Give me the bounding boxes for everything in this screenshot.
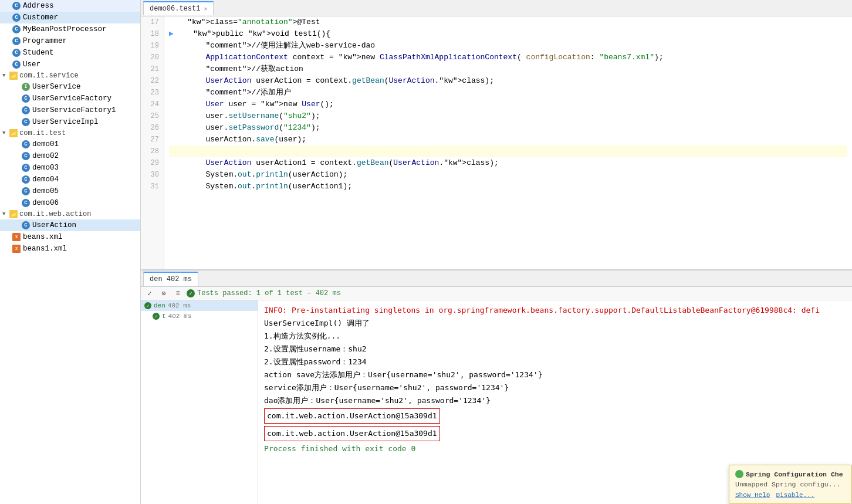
sidebar-item-useraction[interactable]: C UserAction <box>0 219 140 231</box>
code-line-20: ApplicationContext context = "kw">new Cl… <box>169 52 847 63</box>
sidebar-item-demo05[interactable]: C demo05 <box>0 185 140 197</box>
sidebar-item-mybeanpostprocessor[interactable]: C MyBeanPostProcessor <box>0 23 140 35</box>
class-icon: C <box>22 152 30 160</box>
sidebar-item-user[interactable]: C User <box>0 59 140 70</box>
sidebar-item-label: beans1.xml <box>23 245 67 253</box>
tab-close-button[interactable]: ✕ <box>204 5 207 12</box>
spring-disable-link[interactable]: Disable... <box>776 492 814 499</box>
console-line-3: 2.设置属性username：shu2 <box>264 343 846 356</box>
spring-show-help-link[interactable]: Show Help <box>735 492 770 499</box>
line-number-22: 22 <box>146 75 159 87</box>
sidebar-item-userservice[interactable]: I UserService <box>0 81 140 93</box>
pass-text: Tests passed: 1 of 1 test – 402 ms <box>197 289 341 297</box>
code-line-21: "comment">//获取action <box>169 63 847 75</box>
test-tree-root[interactable]: ✓ den 402 ms <box>141 300 258 311</box>
toolbar-check-btn[interactable]: ✓ <box>144 288 155 299</box>
sidebar-package-pkg-webaction[interactable]: ▼ 📁 com.it.web.action <box>0 209 140 219</box>
code-line-28 <box>169 146 847 157</box>
sidebar-item-address[interactable]: C Address <box>0 0 140 12</box>
code-editor[interactable]: 171819202122232425262728293031 "kw">clas… <box>141 16 852 269</box>
sidebar-item-label: demo05 <box>32 187 59 195</box>
item-icon: C <box>12 25 21 34</box>
item-icon: X <box>12 244 21 253</box>
class-icon: C <box>12 37 21 45</box>
chevron-down-icon: ▼ <box>2 73 8 79</box>
sidebar-item-userservicefactory1[interactable]: C UserServiceFactory1 <box>0 104 140 116</box>
sidebar-item-student[interactable]: C Student <box>0 47 140 59</box>
line-number-24: 24 <box>146 99 159 110</box>
sidebar-item-beans-xml[interactable]: X beans.xml <box>0 231 140 243</box>
item-icon: C <box>21 187 31 196</box>
item-icon: C <box>12 1 21 11</box>
class-icon: C <box>22 187 30 195</box>
class-icon: C <box>22 140 30 148</box>
pass-indicator: ✓ Tests passed: 1 of 1 test – 402 ms <box>187 289 341 297</box>
tab-demo06-test1[interactable]: demo06.test1 ✕ <box>143 1 214 15</box>
code-line-30: System.out.println(userAction); <box>169 169 847 181</box>
spring-popup-title: Spring Configuration Che <box>735 470 846 478</box>
console-line-5: action save方法添加用户：User{username='shu2', … <box>264 368 846 381</box>
code-line-25: user.setUsername("shu2"); <box>169 110 847 122</box>
folder-icon: 📁 <box>9 210 18 218</box>
sidebar-item-demo01[interactable]: C demo01 <box>0 138 140 150</box>
item-icon: C <box>21 175 31 184</box>
sidebar-item-userserviceimpl[interactable]: C UserServiceImpl <box>0 116 140 128</box>
folder-icon: 📁 <box>9 72 18 80</box>
class-icon: C <box>22 118 30 126</box>
sidebar-item-label: Student <box>23 49 54 57</box>
item-icon: C <box>21 140 31 149</box>
console-line-2: 1.构造方法实例化... <box>264 330 846 343</box>
sidebar-item-programmer[interactable]: C Programmer <box>0 35 140 47</box>
sidebar-item-demo03[interactable]: C demo03 <box>0 162 140 174</box>
code-line-22: UserAction userAction = context.getBean(… <box>169 75 847 87</box>
sidebar-item-demo04[interactable]: C demo04 <box>0 174 140 185</box>
sidebar-package-pkg-service[interactable]: ▼ 📁 com.it.service <box>0 70 140 81</box>
class-icon: C <box>12 25 21 33</box>
bottom-toolbar: ✓ ⊗ ≡ ✓ Tests passed: 1 of 1 test – 402 … <box>141 287 852 300</box>
console-line-7: dao添加用户：User{username='shu2', password='… <box>264 394 846 407</box>
item-icon: C <box>21 198 31 208</box>
root-label: den <box>154 302 165 309</box>
sidebar-item-label: Address <box>23 2 54 10</box>
sidebar-item-demo06[interactable]: C demo06 <box>0 197 140 209</box>
class-icon: C <box>12 49 21 57</box>
project-sidebar: C AddressC CustomerC MyBeanPostProcessor… <box>0 0 141 504</box>
interface-icon: I <box>22 83 30 91</box>
sidebar-item-beans1-xml[interactable]: X beans1.xml <box>0 243 140 255</box>
class-icon: C <box>22 164 30 172</box>
code-line-31: System.out.println(userAction1); <box>169 181 847 192</box>
toolbar-rerun-btn[interactable]: ≡ <box>173 288 183 299</box>
child-label: t <box>162 313 166 320</box>
sidebar-item-label: Programmer <box>23 37 67 45</box>
bottom-tab-run[interactable]: den 402 ms <box>143 272 198 286</box>
sidebar-item-customer[interactable]: C Customer <box>0 12 140 23</box>
code-line-19: "comment">//使用注解注入web-service-dao <box>169 40 847 52</box>
line-numbers: 171819202122232425262728293031 <box>141 16 164 269</box>
test-tree-child[interactable]: ✓ t 402 ms <box>141 311 258 322</box>
class-icon: C <box>12 60 21 69</box>
spring-config-popup: Spring Configuration Che Unmapped Spring… <box>729 465 852 504</box>
child-time: 402 ms <box>168 313 192 320</box>
spring-popup-links: Show Help Disable... <box>735 492 846 499</box>
sidebar-item-label: UserServiceFactory <box>32 94 111 103</box>
console-line-6: service添加用户：User{username='shu2', passwo… <box>264 381 846 394</box>
sidebar-package-pkg-test[interactable]: ▼ 📁 com.it.test <box>0 128 140 138</box>
item-icon: C <box>21 117 31 127</box>
child-pass-icon: ✓ <box>153 313 160 320</box>
code-line-26: user.setPassword("1234"); <box>169 122 847 134</box>
sidebar-item-label: demo04 <box>32 175 59 184</box>
console-line-9: com.it.web.action.UserAction@15a309d1 <box>264 425 846 442</box>
code-line-17: "kw">class="annotation">@Test <box>169 16 847 28</box>
line-number-17: 17 <box>146 16 159 28</box>
item-icon: C <box>21 163 31 172</box>
sidebar-item-userservicefactory[interactable]: C UserServiceFactory <box>0 93 140 104</box>
toolbar-stop-btn[interactable]: ⊗ <box>158 288 169 299</box>
chevron-down-icon: ▼ <box>2 211 8 217</box>
sidebar-item-label: Customer <box>23 13 58 22</box>
run-icon[interactable]: ▶ <box>169 29 174 38</box>
sidebar-item-label: demo03 <box>32 164 59 172</box>
item-icon: C <box>12 36 21 46</box>
sidebar-item-demo02[interactable]: C demo02 <box>0 150 140 162</box>
line-number-29: 29 <box>146 157 159 169</box>
root-time: 402 ms <box>168 302 191 309</box>
